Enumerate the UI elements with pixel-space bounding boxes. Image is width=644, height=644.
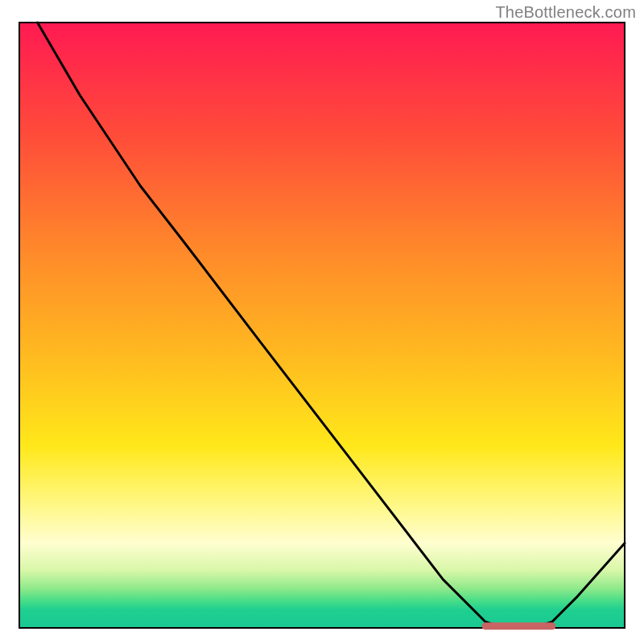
- gradient-background: [19, 23, 625, 628]
- bottleneck-plot: [0, 0, 644, 644]
- chart-canvas: TheBottleneck.com: [0, 0, 644, 644]
